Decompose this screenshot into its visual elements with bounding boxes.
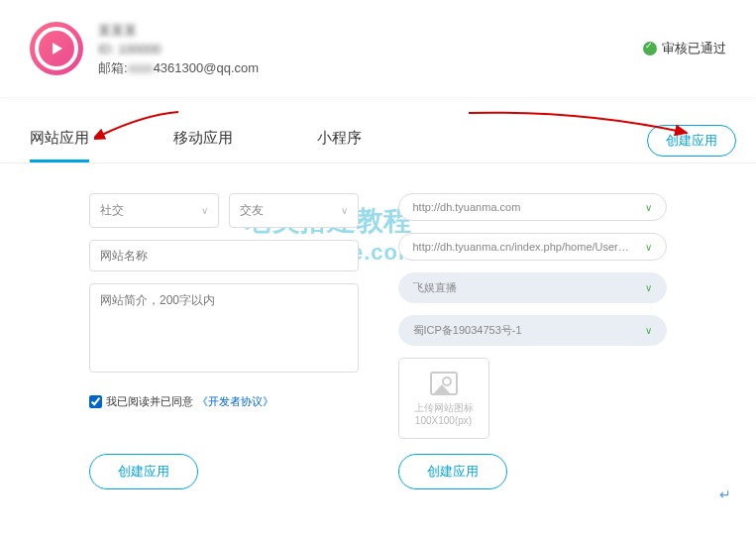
user-name-blurred: 某某某 ID: 100000 xyxy=(98,22,259,56)
tab-bar: 网站应用 移动应用 小程序 创建应用 xyxy=(0,117,756,163)
site-desc-textarea[interactable] xyxy=(89,283,359,373)
form-left-column: 社交∨ 交友∨ 我已阅读并已同意 《开发者协议》 xyxy=(89,193,359,439)
agreement-checkbox[interactable] xyxy=(89,395,102,408)
chevron-down-icon: ∨ xyxy=(645,202,652,213)
icp-pill[interactable]: 蜀ICP备19034753号-1∨ xyxy=(398,315,668,346)
chevron-down-icon: ∨ xyxy=(341,205,348,216)
status-text: 审核已通过 xyxy=(662,40,726,57)
annotation-arrow-left xyxy=(94,107,183,147)
submit-row: 创建应用 创建应用 xyxy=(0,454,756,489)
user-info-block: 某某某 ID: 100000 邮箱:xxxx4361300@qq.com xyxy=(98,20,259,77)
chevron-down-icon: ∨ xyxy=(645,242,652,253)
category-primary-select[interactable]: 社交∨ xyxy=(89,193,219,228)
email-label: 邮箱:xxxx4361300@qq.com xyxy=(98,60,259,75)
app-name-pill[interactable]: 飞娱直播∨ xyxy=(398,272,668,303)
create-app-form: 社交∨ 交友∨ 我已阅读并已同意 《开发者协议》 http://dh.tyuan… xyxy=(0,163,756,454)
submit-button-right[interactable]: 创建应用 xyxy=(398,454,507,489)
approval-status: 审核已通过 xyxy=(643,40,726,57)
app-logo-icon xyxy=(30,22,83,75)
upload-label-1: 上传网站图标 xyxy=(414,401,474,415)
agreement-checkbox-row[interactable]: 我已阅读并已同意 《开发者协议》 xyxy=(89,394,359,409)
tab-mobile-app[interactable]: 移动应用 xyxy=(173,117,233,162)
agree-text: 我已阅读并已同意 xyxy=(106,394,193,409)
developer-agreement-link[interactable]: 《开发者协议》 xyxy=(197,394,273,409)
return-mark-icon: ↵ xyxy=(719,486,731,502)
domain-pill[interactable]: http://dh.tyuanma.com∨ xyxy=(398,193,668,221)
upload-label-2: 100X100(px) xyxy=(415,415,472,426)
submit-button-left[interactable]: 创建应用 xyxy=(89,454,198,489)
header-left: 某某某 ID: 100000 邮箱:xxxx4361300@qq.com xyxy=(30,20,259,77)
header-card: 某某某 ID: 100000 邮箱:xxxx4361300@qq.com 审核已… xyxy=(0,0,756,97)
create-app-button[interactable]: 创建应用 xyxy=(647,125,736,157)
chevron-down-icon: ∨ xyxy=(645,325,652,336)
site-name-input[interactable] xyxy=(89,240,359,271)
tab-web-app[interactable]: 网站应用 xyxy=(30,117,89,162)
chevron-down-icon: ∨ xyxy=(645,282,652,293)
tab-miniapp[interactable]: 小程序 xyxy=(317,117,362,162)
image-placeholder-icon xyxy=(430,372,458,395)
callback-url-pill[interactable]: http://dh.tyuanma.cn/index.php/home/User… xyxy=(398,233,668,261)
upload-icon-box[interactable]: 上传网站图标 100X100(px) xyxy=(398,358,489,439)
category-secondary-select[interactable]: 交友∨ xyxy=(229,193,359,228)
check-circle-icon xyxy=(643,42,657,55)
chevron-down-icon: ∨ xyxy=(201,205,208,216)
form-right-column: http://dh.tyuanma.com∨ http://dh.tyuanma… xyxy=(398,193,668,439)
